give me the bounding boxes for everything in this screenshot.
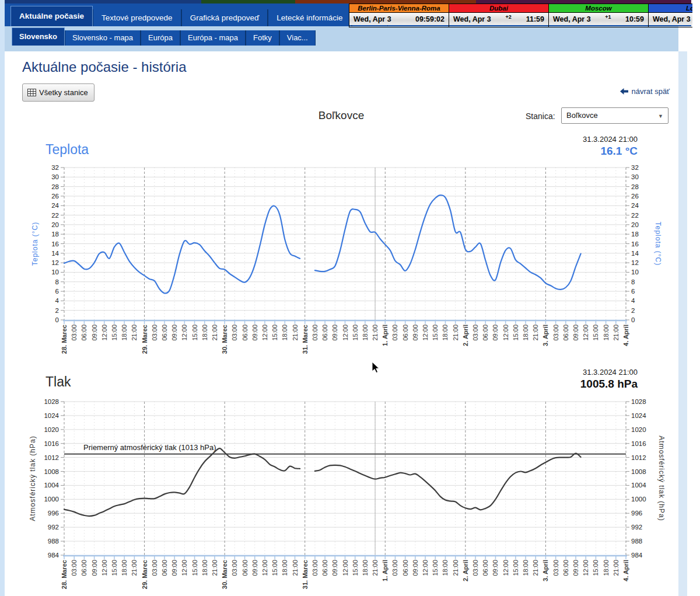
clock-date: Wed, Apr 3 [553, 15, 591, 23]
svg-text:16: 16 [631, 241, 639, 248]
svg-text:28: 28 [631, 183, 639, 190]
svg-text:Atmosférický tlak (hPa): Atmosférický tlak (hPa) [29, 435, 37, 521]
svg-text:2: 2 [631, 307, 635, 314]
svg-text:12:00: 12:00 [181, 560, 188, 576]
table-grid-icon [27, 89, 36, 96]
subtab-slovensko-mapa[interactable]: Slovensko - mapa [65, 30, 141, 46]
svg-text:2. Apríl: 2. Apríl [462, 325, 469, 346]
svg-text:21:00: 21:00 [372, 560, 379, 576]
clock-dubai: Dubai Wed, Apr 3 +2 11:59 [449, 4, 549, 27]
svg-text:03:00: 03:00 [231, 325, 238, 341]
svg-text:03:00: 03:00 [552, 560, 559, 576]
svg-text:18:00: 18:00 [603, 560, 610, 576]
svg-text:06:00: 06:00 [482, 560, 489, 576]
back-link[interactable]: návrat späť [620, 87, 670, 96]
svg-text:09:00: 09:00 [412, 325, 419, 341]
svg-text:18:00: 18:00 [281, 560, 288, 576]
tab-letecke-informacie[interactable]: Letecké informácie [268, 9, 351, 26]
clock-time-value: 11:59 [526, 15, 544, 23]
svg-text:03:00: 03:00 [391, 325, 398, 341]
all-stations-label: Všetky stanice [39, 88, 88, 97]
svg-text:1020: 1020 [631, 426, 646, 433]
svg-text:26: 26 [51, 193, 59, 200]
svg-text:Atmosférický tlak (hPa): Atmosférický tlak (hPa) [657, 435, 666, 521]
svg-text:06:00: 06:00 [242, 560, 249, 576]
svg-text:12:00: 12:00 [342, 325, 349, 341]
svg-text:12:00: 12:00 [261, 560, 268, 576]
svg-text:1008: 1008 [631, 468, 646, 475]
svg-text:10: 10 [631, 269, 639, 276]
svg-text:18:00: 18:00 [121, 325, 128, 341]
svg-text:09:00: 09:00 [331, 560, 338, 576]
svg-text:18:00: 18:00 [201, 325, 208, 341]
svg-text:12:00: 12:00 [582, 325, 589, 341]
svg-text:0: 0 [631, 316, 635, 323]
svg-text:4: 4 [55, 297, 60, 304]
svg-text:15:00: 15:00 [432, 325, 439, 341]
svg-text:1. Apríl: 1. Apríl [382, 560, 388, 581]
svg-text:06:00: 06:00 [562, 325, 569, 341]
svg-text:28. Marec: 28. Marec [61, 325, 68, 354]
svg-text:15:00: 15:00 [352, 325, 359, 341]
subtab-fotky[interactable]: Fotky [246, 30, 279, 46]
svg-text:12:00: 12:00 [502, 325, 509, 341]
svg-text:21:00: 21:00 [452, 560, 459, 576]
svg-text:15:00: 15:00 [191, 560, 198, 576]
tab-graficka-predpoved[interactable]: Grafická predpoveď [181, 9, 268, 26]
svg-text:03:00: 03:00 [231, 560, 238, 576]
svg-text:09:00: 09:00 [91, 560, 98, 576]
page-title: Aktuálne počasie - história [22, 59, 186, 75]
svg-text:984: 984 [48, 552, 60, 559]
svg-text:6: 6 [55, 288, 59, 295]
svg-text:18:00: 18:00 [522, 560, 529, 576]
subtab-viac[interactable]: Viac... [279, 30, 316, 46]
clock-london: London Wed, Apr 3 [648, 4, 692, 27]
temperature-timestamp: 31.3.2024 21:00 [583, 135, 638, 144]
clock-date: Wed, Apr 3 [354, 15, 391, 23]
svg-text:992: 992 [631, 524, 642, 531]
svg-text:22: 22 [631, 212, 639, 219]
svg-text:0: 0 [55, 316, 59, 323]
clock-berlin-paris-vienna-roma: Berlin-Paris-Vienna-Roma Wed, Apr 3 09:5… [349, 4, 449, 27]
svg-text:18:00: 18:00 [201, 560, 208, 576]
svg-text:06:00: 06:00 [80, 325, 88, 341]
tab-textove-predpovede[interactable]: Textové predpovede [93, 9, 181, 26]
subtab-europa[interactable]: Európa [141, 30, 180, 46]
svg-text:12:00: 12:00 [582, 560, 589, 576]
svg-text:22: 22 [51, 212, 59, 219]
svg-text:18:00: 18:00 [522, 325, 529, 341]
clock-time-value: 10:59 [625, 15, 644, 23]
clock-city-label: Berlin-Paris-Vienna-Roma [349, 4, 449, 12]
tab-aktualne-pocasie[interactable]: Aktuálne počasie [10, 6, 93, 26]
svg-text:06:00: 06:00 [321, 560, 328, 576]
svg-text:1016: 1016 [631, 440, 646, 447]
svg-text:09:00: 09:00 [412, 560, 419, 576]
svg-text:988: 988 [631, 538, 642, 545]
svg-text:06:00: 06:00 [562, 560, 569, 576]
svg-text:21:00: 21:00 [211, 325, 218, 341]
svg-text:09:00: 09:00 [572, 560, 579, 576]
svg-text:1012: 1012 [44, 454, 59, 461]
all-stations-button[interactable]: Všetky stanice [22, 83, 94, 102]
svg-text:03:00: 03:00 [312, 560, 318, 576]
station-select-value: Boľkovce [566, 111, 598, 120]
svg-text:Priemerný atmosférický tlak (1: Priemerný atmosférický tlak (1013 hPa) [83, 443, 216, 452]
svg-text:4. Apríl: 4. Apríl [622, 560, 629, 581]
subtab-slovensko[interactable]: Slovensko [12, 27, 65, 46]
svg-text:15:00: 15:00 [111, 560, 118, 576]
svg-text:996: 996 [631, 510, 642, 517]
svg-text:992: 992 [48, 524, 59, 531]
station-select[interactable]: Boľkovce ▼ [561, 107, 668, 124]
svg-text:15:00: 15:00 [592, 560, 599, 576]
svg-text:06:00: 06:00 [161, 560, 168, 576]
svg-text:03:00: 03:00 [552, 325, 559, 341]
svg-text:06:00: 06:00 [402, 560, 409, 576]
subtab-europa-mapa[interactable]: Európa - mapa [180, 30, 246, 46]
svg-text:1004: 1004 [44, 482, 59, 489]
svg-text:1. Apríl: 1. Apríl [382, 325, 388, 346]
svg-text:18: 18 [51, 231, 59, 238]
svg-text:31. Marec: 31. Marec [302, 560, 309, 589]
svg-text:21:00: 21:00 [612, 325, 620, 341]
svg-text:12:00: 12:00 [422, 560, 429, 576]
svg-text:21:00: 21:00 [452, 325, 459, 341]
